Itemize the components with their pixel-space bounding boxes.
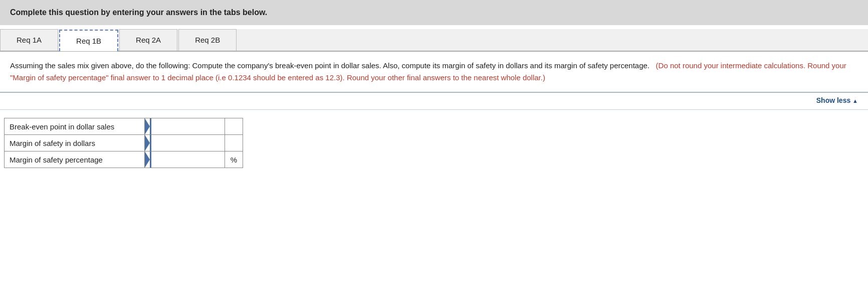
row-label-breakeven: Break-even point in dollar sales <box>5 118 145 135</box>
margin-pct-input[interactable] <box>150 151 225 168</box>
margin-dollars-input-arrow <box>145 135 150 151</box>
margin-dollars-unit-cell <box>225 135 243 151</box>
show-less-row: Show less <box>0 93 868 110</box>
tab-req1a[interactable]: Req 1A <box>0 29 58 51</box>
breakeven-input-arrow <box>145 118 150 134</box>
show-less-button[interactable]: Show less <box>816 96 858 104</box>
instruction-black-text: Assuming the sales mix given above, do t… <box>10 61 649 70</box>
row-label-margin-dollars: Margin of safety in dollars <box>5 135 145 151</box>
tab-req2b[interactable]: Req 2B <box>178 29 237 51</box>
tabs-container: Req 1A Req 1B Req 2A Req 2B <box>0 29 868 52</box>
tab-req2a[interactable]: Req 2A <box>119 29 177 51</box>
breakeven-input-cell <box>145 118 225 135</box>
margin-pct-input-arrow <box>145 151 150 168</box>
instruction-box: Assuming the sales mix given above, do t… <box>0 52 868 93</box>
margin-dollars-input-cell <box>145 135 225 151</box>
header-title: Complete this question by entering your … <box>10 8 267 17</box>
margin-pct-unit: % <box>225 151 243 168</box>
tab-req1b[interactable]: Req 1B <box>59 30 118 51</box>
table-row: Margin of safety in dollars <box>5 135 243 151</box>
row-label-margin-pct: Margin of safety percentage <box>5 151 145 168</box>
page-header: Complete this question by entering your … <box>0 0 868 25</box>
table-row: Margin of safety percentage % <box>5 151 243 168</box>
margin-pct-input-cell <box>145 151 225 168</box>
margin-dollars-input[interactable] <box>150 135 225 151</box>
answer-table: Break-even point in dollar sales Margin … <box>4 118 243 168</box>
breakeven-unit-cell <box>225 118 243 135</box>
breakeven-input[interactable] <box>150 118 225 134</box>
table-row: Break-even point in dollar sales <box>5 118 243 135</box>
